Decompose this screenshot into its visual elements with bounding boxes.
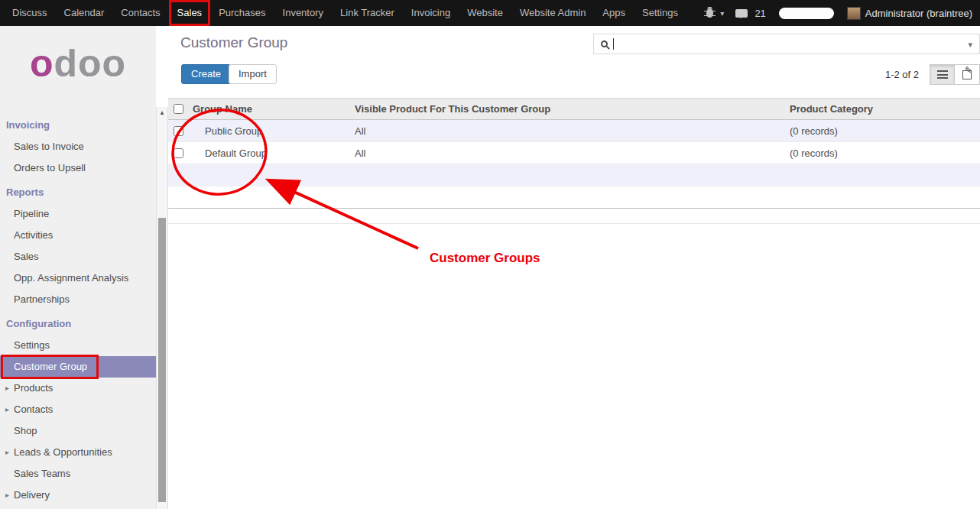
- vertical-scrollbar[interactable]: ▲: [156, 107, 168, 509]
- scroll-up-arrow-icon[interactable]: ▲: [157, 107, 167, 118]
- messages-chat-icon[interactable]: [735, 9, 748, 18]
- row-checkbox[interactable]: [174, 126, 183, 136]
- search-icon: [601, 41, 608, 47]
- sidebar-nav: Invoicing Sales to Invoice Orders to Ups…: [0, 115, 156, 506]
- topbar: Discuss Calendar Contacts Sales Purchase…: [0, 0, 980, 26]
- cell-group-name: Default Group: [188, 148, 350, 159]
- menu-contacts[interactable]: Contacts: [112, 0, 168, 26]
- scrollbar-thumb[interactable]: [158, 218, 166, 502]
- sidebar-item-pipeline[interactable]: Pipeline: [0, 203, 156, 225]
- expand-caret-icon: ▸: [5, 442, 9, 463]
- search-dropdown-caret-icon[interactable]: ▾: [968, 34, 972, 54]
- sidebar: odoo Invoicing Sales to Invoice Orders t…: [0, 26, 156, 509]
- menu-sales-label: Sales: [177, 7, 203, 18]
- column-header-visible-product[interactable]: Visible Product For This Customer Group: [350, 103, 784, 115]
- menu-link-tracker[interactable]: Link Tracker: [332, 0, 403, 26]
- menu-apps[interactable]: Apps: [594, 0, 634, 26]
- import-button[interactable]: Import: [229, 64, 277, 84]
- cell-group-name: Public Group: [188, 125, 350, 137]
- sidebar-item-settings[interactable]: Settings: [0, 335, 156, 356]
- sidebar-item-delivery[interactable]: ▸ Delivery: [0, 485, 156, 506]
- sheet-bottom-divider: [168, 209, 980, 224]
- sidebar-item-partnerships[interactable]: Partnerships: [0, 289, 156, 310]
- user-avatar: [847, 7, 861, 20]
- create-button[interactable]: Create: [181, 64, 231, 84]
- pager-label: 1-2 of 2: [885, 64, 919, 85]
- main-content: Customer Group ▾ Create Import 1-2 of 2 …: [168, 26, 980, 509]
- sidebar-item-sales-teams[interactable]: Sales Teams: [0, 463, 156, 485]
- sidebar-item-label: Leads & Opportunities: [14, 446, 112, 458]
- menu-inventory[interactable]: Inventory: [274, 0, 332, 26]
- sidebar-item-shop[interactable]: Shop: [0, 420, 156, 442]
- control-panel: Customer Group ▾ Create Import 1-2 of 2 …: [168, 26, 980, 98]
- cell-product-category: (0 records): [784, 125, 980, 137]
- form-view-icon: ✎: [962, 70, 972, 79]
- odoo-logo[interactable]: odoo: [0, 44, 156, 83]
- table-empty-row: [168, 164, 980, 186]
- search-box[interactable]: ▾: [593, 34, 980, 54]
- menu-sales[interactable]: Sales: [169, 0, 211, 26]
- table-row-public-group[interactable]: Public Group All (0 records): [168, 120, 980, 142]
- table-row-default-group[interactable]: Default Group All (0 records): [168, 142, 980, 164]
- user-menu[interactable]: Administrator (braintree): [847, 7, 972, 20]
- expand-caret-icon: ▸: [5, 399, 9, 420]
- sidebar-item-label: Customer Group: [14, 361, 87, 372]
- table-empty-row: [168, 186, 980, 209]
- cell-product-category: (0 records): [784, 148, 980, 159]
- sidebar-item-label: Contacts: [14, 404, 53, 415]
- menu-calendar[interactable]: Calendar: [56, 0, 113, 26]
- list-view-button[interactable]: [930, 64, 955, 85]
- menu-discuss[interactable]: Discuss: [4, 0, 56, 26]
- sidebar-item-label: Delivery: [14, 489, 50, 501]
- view-switcher: ✎: [930, 64, 980, 85]
- cell-visible-product: All: [350, 125, 784, 137]
- menu-invoicing[interactable]: Invoicing: [403, 0, 459, 26]
- form-view-button[interactable]: ✎: [955, 64, 980, 85]
- section-configuration: Configuration: [0, 313, 156, 335]
- sidebar-item-products[interactable]: ▸ Products: [0, 378, 156, 399]
- list-view-icon: [937, 70, 948, 79]
- menu-purchases[interactable]: Purchases: [210, 0, 274, 26]
- logo-letter: o: [30, 42, 54, 85]
- column-header-group-name[interactable]: Group Name: [188, 103, 350, 115]
- logo-letter: d: [54, 42, 78, 85]
- menu-website[interactable]: Website: [459, 0, 511, 26]
- column-header-product-category[interactable]: Product Category: [784, 103, 980, 115]
- row-checkbox[interactable]: [174, 148, 183, 158]
- sidebar-item-opp-assignment-analysis[interactable]: Opp. Assignment Analysis: [0, 267, 156, 289]
- sidebar-item-sales-to-invoice[interactable]: Sales to Invoice: [0, 136, 156, 157]
- debug-bug-icon[interactable]: [706, 8, 713, 18]
- sidebar-item-leads-opportunities[interactable]: ▸ Leads & Opportunities: [0, 442, 156, 463]
- search-input[interactable]: [614, 34, 979, 53]
- status-pill: [779, 8, 834, 19]
- topbar-systray: ▾ 21 Administrator (braintree): [706, 7, 980, 20]
- logo-letter: o: [102, 42, 127, 85]
- menu-settings[interactable]: Settings: [634, 0, 686, 26]
- sidebar-item-activities[interactable]: Activities: [0, 225, 156, 246]
- section-invoicing: Invoicing: [0, 115, 156, 136]
- section-reports: Reports: [0, 182, 156, 203]
- select-all-checkbox[interactable]: [174, 104, 183, 114]
- message-count-badge: 21: [754, 8, 765, 19]
- sidebar-item-contacts[interactable]: ▸ Contacts: [0, 399, 156, 420]
- customer-group-table: Group Name Visible Product For This Cust…: [168, 98, 980, 209]
- user-name-label: Administrator (braintree): [865, 8, 972, 19]
- pencil-icon: ✎: [965, 65, 972, 76]
- logo-letter: o: [78, 42, 102, 85]
- table-header-row: Group Name Visible Product For This Cust…: [168, 99, 980, 120]
- debug-dropdown-caret-icon[interactable]: ▾: [720, 9, 724, 18]
- sidebar-item-label: Products: [14, 382, 53, 394]
- expand-caret-icon: ▸: [5, 485, 9, 506]
- sidebar-item-sales[interactable]: Sales: [0, 246, 156, 267]
- top-menu: Discuss Calendar Contacts Sales Purchase…: [0, 0, 686, 26]
- sidebar-item-orders-to-upsell[interactable]: Orders to Upsell: [0, 157, 156, 179]
- menu-website-admin[interactable]: Website Admin: [511, 0, 594, 26]
- cell-visible-product: All: [350, 148, 784, 159]
- sidebar-item-customer-group[interactable]: Customer Group: [0, 356, 156, 378]
- expand-caret-icon: ▸: [5, 378, 9, 399]
- page-title: Customer Group: [180, 34, 287, 51]
